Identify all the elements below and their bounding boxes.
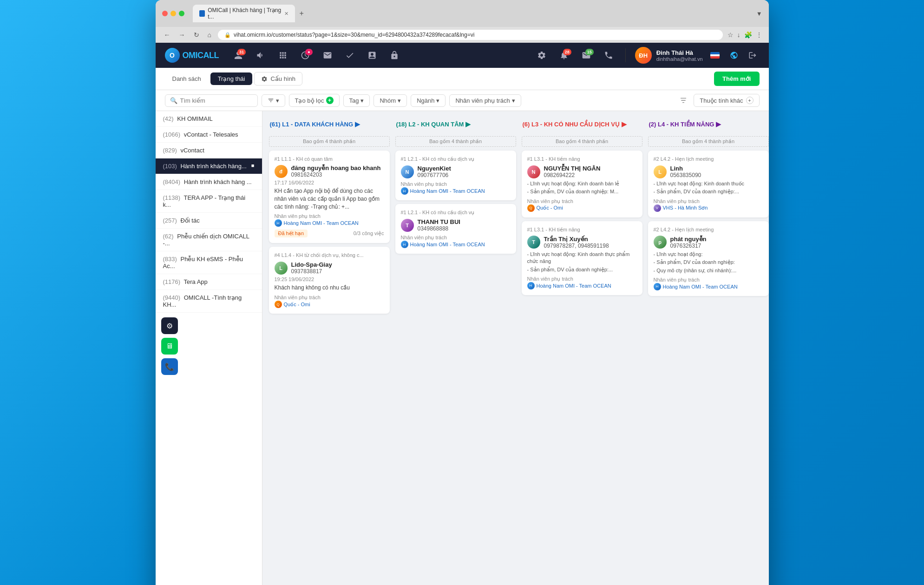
phone-nav-btn[interactable] [601,49,616,62]
col1-arrow-icon[interactable]: ▶ [355,120,360,128]
kanban-card-4-1[interactable]: #2 L4.2 - Hẹn lịch meeting L Linh 056383… [648,151,769,217]
extension-btn[interactable]: 🧩 [744,31,752,39]
person-avatar: T [401,219,414,232]
config-btn[interactable]: Cấu hình [254,72,302,85]
extra-filter-btn[interactable]: Thuộc tính khác + [694,94,759,107]
url-text: vihat.omicrm.io/customer/status?page=1&s… [234,32,474,38]
phone-float-btn[interactable]: 📞 [161,358,178,375]
sidebar-item-3[interactable]: (103) Hành trình khách hàng... ■ [156,158,262,174]
card-assignee-row: Nhân viên phụ trách [527,198,637,204]
assignee-dot: H [401,187,408,195]
url-field[interactable]: 🔒 vihat.omicrm.io/customer/status?page=1… [218,30,723,40]
settings-nav-btn[interactable] [534,49,549,62]
card-info: - Lĩnh vực hoạt động: [654,251,763,258]
close-dot[interactable] [162,11,168,16]
tab-danh-sach[interactable]: Danh sách [165,72,209,85]
tab-close-btn[interactable]: ✕ [284,11,288,17]
search-wrap: 🔍 [165,94,258,107]
col2-arrow-icon[interactable]: ▶ [465,120,471,128]
activities-nav-btn[interactable]: ● [298,49,313,62]
bookmark-btn[interactable]: ☆ [727,31,734,39]
assignee-label: Nhân viên phụ trách [654,198,700,204]
kanban-card-2-2[interactable]: #1 L2.1 - KH có nhu cầu dịch vụ T THANH … [395,204,516,254]
minimize-dot[interactable] [170,11,176,16]
tag-label: Tag [349,97,359,104]
assignee-label: Nhân viên phụ trách [275,213,321,219]
filter-settings-btn[interactable] [677,95,690,106]
forward-btn[interactable]: → [177,30,187,39]
create-filter-btn[interactable]: Tạo bộ lọc + [289,94,340,107]
active-tab[interactable]: OMICall | Khách hàng | Trạng t... ✕ [193,5,295,22]
kanban-card-1-2[interactable]: #4 L1.4 - KH từ chối dịch vụ, không c...… [269,247,390,314]
sidebar-item-5[interactable]: (1138) TERA APP - Trạng thái k... [156,190,262,213]
assignee-label: Nhân viên phụ trách [275,295,321,301]
col2-subtitle: Bao gồm 4 thành phần [395,136,516,147]
sidebar-item-2[interactable]: (829) vContact [156,143,262,158]
notifications-nav-btn[interactable]: 28 [557,49,571,62]
sidebar-item-9[interactable]: (1176) Tera App [156,274,262,290]
lock-icon: 🔒 [224,32,231,38]
language-btn[interactable] [708,50,722,60]
assignee-filter-btn[interactable]: Nhân viên phụ trách ▾ [449,94,521,107]
sidebar-item-4[interactable]: (8404) Hành trình khách hàng ... [156,174,262,190]
add-new-btn[interactable]: Thêm mới [714,72,759,86]
industry-filter-btn[interactable]: Ngành ▾ [411,94,446,107]
flow-nav-btn[interactable] [387,49,402,62]
tasks-nav-btn[interactable] [342,49,357,62]
download-btn[interactable]: ↓ [737,31,741,39]
sub-nav: Danh sách Trạng thái Cấu hình Thêm mới [156,68,769,90]
tab-trang-thai[interactable]: Trạng thái [210,72,253,85]
card-person: p phát nguyễn 0976326317 [654,236,763,249]
col2-title: (18) L2 - KH QUAN TÂM ▶ [396,120,515,128]
new-tab-btn[interactable]: + [297,8,307,19]
logo-text: OMICALL [183,51,219,60]
reports-nav-btn[interactable] [365,49,380,62]
col4-arrow-icon[interactable]: ▶ [716,120,721,128]
kanban-card-3-2[interactable]: #1 L3.1 - KH tiềm năng T Trần Thị Xuyến … [522,221,642,295]
home-btn[interactable]: ⌂ [206,30,213,39]
inbox-nav-btn[interactable] [320,49,335,62]
mail-nav-btn[interactable]: 15 [579,49,594,62]
col2-header: (18) L2 - KH QUAN TÂM ▶ [395,118,516,131]
logout-btn[interactable] [746,49,760,61]
contacts-nav-btn[interactable]: 31 [231,49,246,62]
globe-btn[interactable] [727,49,741,61]
assignee-dot: Q [275,301,282,308]
sidebar-item-0[interactable]: (42) KH OMIMAIL [156,111,262,127]
back-btn[interactable]: ← [162,30,172,39]
filter-icon-btn[interactable]: ▾ [262,94,285,107]
more-btn[interactable]: ⋮ [756,31,762,39]
maximize-dot[interactable] [179,11,184,16]
assignee-name: Quốc - Omi [284,302,310,308]
assignee-badge: H Hoàng Nam OMI - Team OCEAN [401,241,511,248]
sidebar-item-7[interactable]: (62) Phễu chiến dịch OMICALL -... [156,229,262,251]
sidebar-item-6[interactable]: (257) Đối tác [156,213,262,229]
sidebar-item-10[interactable]: (9440) OMICALL -Tình trạng KH... [156,290,262,313]
assignee-name: Hoàng Nam OMI - Team OCEAN [410,188,485,194]
kanban-card-1-1[interactable]: #1 L1.1 - KH có quan tâm đ đăng nguyễn h… [269,151,390,243]
card-info2: - Sản phẩm, DV của doanh nghiệp: [654,259,763,266]
assignee-name: Quốc - Omi [537,205,563,211]
col3-arrow-icon[interactable]: ▶ [622,120,627,128]
card-info2: - Sản phẩm, DV của doanh nghiệp:... [654,188,763,195]
person-name: Trần Thị Xuyến [544,236,609,243]
refresh-btn[interactable]: ↻ [192,30,201,39]
screen-float-btn[interactable]: 🖥 [161,338,178,355]
kanban-card-4-2[interactable]: #2 L4.2 - Hẹn lịch meeting p phát nguyễn… [648,221,769,296]
sidebar-item-1[interactable]: (1066) vContact - Telesales [156,127,262,143]
col4-title-text: (2) L4 - KH TIỀM NĂNG [649,121,714,128]
speaker-nav-btn[interactable] [253,49,268,62]
kanban-card-2-1[interactable]: #1 L2.1 - KH có nhu cầu dịch vụ N Nguyen… [395,151,516,200]
extra-filter-icon: + [746,97,754,104]
group-filter-btn[interactable]: Nhóm ▾ [374,94,407,107]
search-input[interactable] [180,97,245,104]
tag-filter-btn[interactable]: Tag ▾ [343,94,370,107]
kanban-card-3-1[interactable]: #1 L3.1 - KH tiềm năng N NGUYỄN THỊ NGÂN… [522,151,642,217]
sidebar-item-8[interactable]: (833) Phễu KH eSMS - Phễu Ac... [156,251,262,274]
person-details: Trần Thị Xuyến 0979878287, 0948591198 [544,236,609,249]
grid-nav-btn[interactable] [275,49,290,62]
gear-float-btn[interactable]: ⚙ [161,317,178,334]
contacts-badge: 31 [237,49,246,55]
assignee-name: Hoàng Nam OMI - Team OCEAN [663,284,738,289]
window-controls[interactable]: ▼ [756,10,762,17]
